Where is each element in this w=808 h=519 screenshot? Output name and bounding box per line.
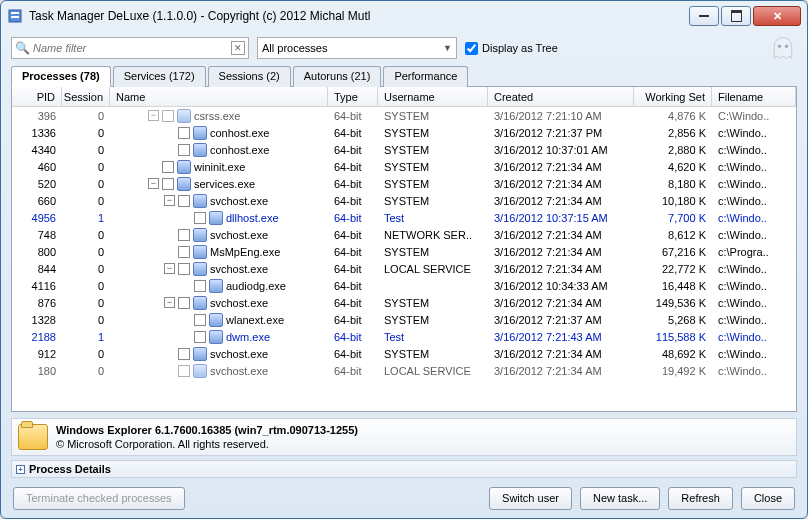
cell-session: 0 — [62, 178, 110, 190]
process-icon — [193, 194, 207, 208]
process-row[interactable]: 13280wlanext.exe64-bitSYSTEM3/16/2012 7:… — [12, 311, 796, 328]
col-header-session[interactable]: Session — [62, 87, 110, 106]
maximize-button[interactable] — [721, 6, 751, 26]
cell-user: SYSTEM — [378, 110, 488, 122]
process-row[interactable]: 43400conhost.exe64-bitSYSTEM3/16/2012 10… — [12, 141, 796, 158]
cell-user: SYSTEM — [378, 178, 488, 190]
name-filter-input[interactable] — [33, 42, 231, 54]
row-checkbox[interactable] — [178, 127, 190, 139]
ghost-icon[interactable] — [769, 34, 797, 62]
tab-0[interactable]: Processes (78) — [11, 66, 111, 87]
svg-rect-2 — [11, 16, 19, 18]
process-row[interactable]: 6600−svchost.exe64-bitSYSTEM3/16/2012 7:… — [12, 192, 796, 209]
row-checkbox[interactable] — [178, 365, 190, 377]
cell-filename: c:\Windo.. — [712, 331, 796, 343]
col-header-created[interactable]: Created — [488, 87, 634, 106]
cell-name: wlanext.exe — [110, 313, 328, 327]
refresh-button[interactable]: Refresh — [668, 487, 733, 510]
row-checkbox[interactable] — [178, 263, 190, 275]
tree-expander[interactable]: − — [164, 297, 175, 308]
process-row[interactable]: 4600wininit.exe64-bitSYSTEM3/16/2012 7:2… — [12, 158, 796, 175]
row-checkbox[interactable] — [178, 246, 190, 258]
col-header-filename[interactable]: Filename — [712, 87, 796, 106]
row-checkbox[interactable] — [194, 212, 206, 224]
process-row[interactable]: 8440−svchost.exe64-bitLOCAL SERVICE3/16/… — [12, 260, 796, 277]
bottom-bar: Terminate checked processes Switch user … — [1, 484, 807, 518]
cell-created: 3/16/2012 7:21:43 AM — [488, 331, 634, 343]
row-checkbox[interactable] — [178, 144, 190, 156]
process-row[interactable]: 5200−services.exe64-bitSYSTEM3/16/2012 7… — [12, 175, 796, 192]
row-checkbox[interactable] — [178, 229, 190, 241]
row-checkbox[interactable] — [178, 348, 190, 360]
tree-expander[interactable]: − — [148, 178, 159, 189]
process-name: conhost.exe — [210, 127, 269, 139]
name-filter-field[interactable]: 🔍 ✕ — [11, 37, 249, 59]
cell-type: 64-bit — [328, 212, 378, 224]
process-row[interactable]: 49561dllhost.exe64-bitTest3/16/2012 10:3… — [12, 209, 796, 226]
display-as-tree-checkbox[interactable]: Display as Tree — [465, 42, 558, 55]
tab-4[interactable]: Performance — [383, 66, 468, 87]
cell-name: svchost.exe — [110, 364, 328, 378]
process-name: dllhost.exe — [226, 212, 279, 224]
process-row[interactable]: 1800svchost.exe64-bitLOCAL SERVICE3/16/2… — [12, 362, 796, 379]
cell-name: −csrss.exe — [110, 109, 328, 123]
tree-expander[interactable]: − — [164, 263, 175, 274]
process-row[interactable]: 7480svchost.exe64-bitNETWORK SER..3/16/2… — [12, 226, 796, 243]
process-row[interactable]: 9120svchost.exe64-bitSYSTEM3/16/2012 7:2… — [12, 345, 796, 362]
tree-checkbox-input[interactable] — [465, 42, 478, 55]
process-icon — [193, 143, 207, 157]
cell-filename: c:\Windo.. — [712, 127, 796, 139]
col-header-username[interactable]: Username — [378, 87, 488, 106]
cell-workingset: 67,216 K — [634, 246, 712, 258]
row-checkbox[interactable] — [194, 331, 206, 343]
cell-name: wininit.exe — [110, 160, 328, 174]
row-checkbox[interactable] — [178, 195, 190, 207]
terminate-button[interactable]: Terminate checked processes — [13, 487, 185, 510]
switch-user-button[interactable]: Switch user — [489, 487, 572, 510]
cell-pid: 4116 — [12, 280, 62, 292]
col-header-name[interactable]: Name — [110, 87, 328, 106]
column-headers[interactable]: PID Session Name Type Username Created W… — [12, 87, 796, 107]
process-icon — [209, 279, 223, 293]
row-checkbox[interactable] — [162, 161, 174, 173]
cell-pid: 1336 — [12, 127, 62, 139]
clear-filter-button[interactable]: ✕ — [231, 41, 245, 55]
process-row[interactable]: 13360conhost.exe64-bitSYSTEM3/16/2012 7:… — [12, 124, 796, 141]
tree-expander[interactable]: − — [148, 110, 159, 121]
cell-user: NETWORK SER.. — [378, 229, 488, 241]
process-rows[interactable]: 3960−csrss.exe64-bitSYSTEM3/16/2012 7:21… — [12, 107, 796, 411]
row-checkbox[interactable] — [162, 178, 174, 190]
cell-name: svchost.exe — [110, 347, 328, 361]
process-row[interactable]: 41160audiodg.exe64-bit3/16/2012 10:34:33… — [12, 277, 796, 294]
cell-pid: 4340 — [12, 144, 62, 156]
tab-bar: Processes (78)Services (172)Sessions (2)… — [1, 65, 807, 86]
process-row[interactable]: 3960−csrss.exe64-bitSYSTEM3/16/2012 7:21… — [12, 107, 796, 124]
process-name: wlanext.exe — [226, 314, 284, 326]
tab-3[interactable]: Autoruns (21) — [293, 66, 382, 87]
tab-1[interactable]: Services (172) — [113, 66, 206, 87]
cell-pid: 396 — [12, 110, 62, 122]
process-row[interactable]: 21881dwm.exe64-bitTest3/16/2012 7:21:43 … — [12, 328, 796, 345]
col-header-type[interactable]: Type — [328, 87, 378, 106]
new-task-button[interactable]: New task... — [580, 487, 660, 510]
process-name: svchost.exe — [210, 297, 268, 309]
minimize-button[interactable] — [689, 6, 719, 26]
cell-created: 3/16/2012 7:21:34 AM — [488, 246, 634, 258]
row-checkbox[interactable] — [194, 314, 206, 326]
col-header-workingset[interactable]: Working Set — [634, 87, 712, 106]
process-name: svchost.exe — [210, 348, 268, 360]
process-filter-combo[interactable]: All processes ▼ — [257, 37, 457, 59]
tree-expander[interactable]: − — [164, 195, 175, 206]
svg-point-3 — [778, 45, 782, 49]
process-details-toggle[interactable]: + Process Details — [11, 460, 797, 478]
row-checkbox[interactable] — [178, 297, 190, 309]
row-checkbox[interactable] — [162, 110, 174, 122]
tab-2[interactable]: Sessions (2) — [208, 66, 291, 87]
process-row[interactable]: 8760−svchost.exe64-bitSYSTEM3/16/2012 7:… — [12, 294, 796, 311]
process-row[interactable]: 8000MsMpEng.exe64-bitSYSTEM3/16/2012 7:2… — [12, 243, 796, 260]
close-button[interactable]: Close — [741, 487, 795, 510]
close-window-button[interactable] — [753, 6, 801, 26]
col-header-pid[interactable]: PID — [12, 87, 62, 106]
titlebar[interactable]: Task Manager DeLuxe (1.1.0.0) - Copyrigh… — [1, 1, 807, 31]
row-checkbox[interactable] — [194, 280, 206, 292]
